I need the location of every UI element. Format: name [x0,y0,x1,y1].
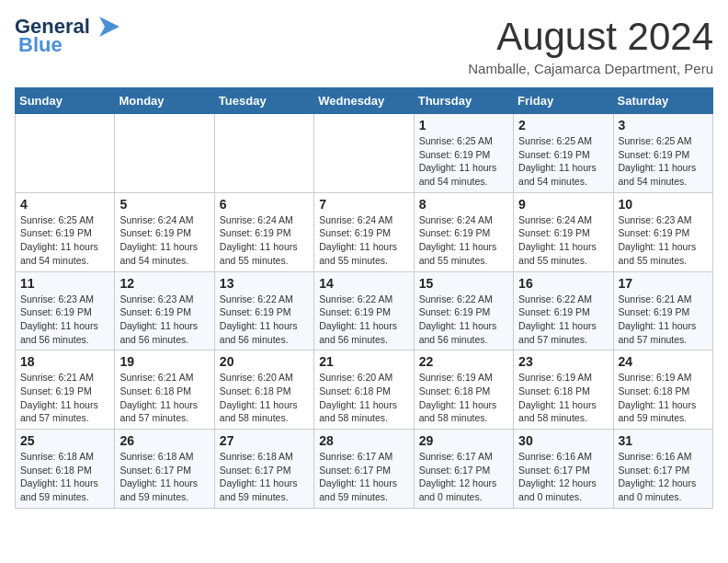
calendar-week-1: 1Sunrise: 6:25 AM Sunset: 6:19 PM Daylig… [16,114,713,193]
calendar-cell: 25Sunrise: 6:18 AM Sunset: 6:18 PM Dayli… [16,430,115,509]
day-info: Sunrise: 6:23 AM Sunset: 6:19 PM Dayligh… [619,213,708,268]
calendar-cell: 6Sunrise: 6:24 AM Sunset: 6:19 PM Daylig… [214,192,313,271]
day-number: 30 [518,433,608,448]
day-info: Sunrise: 6:24 AM Sunset: 6:19 PM Dayligh… [220,213,309,268]
logo: General Blue [15,15,119,57]
calendar-cell: 3Sunrise: 6:25 AM Sunset: 6:19 PM Daylig… [613,114,712,193]
day-info: Sunrise: 6:16 AM Sunset: 6:17 PM Dayligh… [619,450,708,504]
calendar-cell: 9Sunrise: 6:24 AM Sunset: 6:19 PM Daylig… [514,192,613,271]
day-info: Sunrise: 6:20 AM Sunset: 6:18 PM Dayligh… [220,371,309,425]
day-number: 5 [119,197,209,212]
day-number: 20 [220,354,309,369]
day-info: Sunrise: 6:23 AM Sunset: 6:19 PM Dayligh… [119,293,209,347]
col-thursday: Thursday [414,88,513,114]
day-info: Sunrise: 6:19 AM Sunset: 6:18 PM Dayligh… [518,371,608,425]
calendar-cell: 17Sunrise: 6:21 AM Sunset: 6:19 PM Dayli… [613,271,712,350]
calendar-cell: 4Sunrise: 6:25 AM Sunset: 6:19 PM Daylig… [16,192,115,271]
day-number: 27 [220,433,309,448]
day-number: 13 [220,276,309,291]
calendar-cell: 21Sunrise: 6:20 AM Sunset: 6:18 PM Dayli… [314,350,414,430]
day-info: Sunrise: 6:23 AM Sunset: 6:19 PM Dayligh… [20,293,109,347]
calendar-cell: 30Sunrise: 6:16 AM Sunset: 6:17 PM Dayli… [514,430,613,509]
day-number: 10 [619,197,708,212]
logo-text-blue: Blue [18,33,63,57]
calendar-subtitle: Namballe, Cajamarca Department, Peru [468,61,713,76]
day-number: 25 [20,433,109,448]
day-number: 28 [319,433,408,448]
day-info: Sunrise: 6:24 AM Sunset: 6:19 PM Dayligh… [319,213,408,268]
day-info: Sunrise: 6:22 AM Sunset: 6:19 PM Dayligh… [319,293,408,347]
day-number: 14 [319,276,408,291]
day-number: 31 [619,433,708,448]
calendar-cell: 18Sunrise: 6:21 AM Sunset: 6:19 PM Dayli… [16,350,115,430]
calendar-cell [214,114,313,193]
day-number: 22 [419,354,508,369]
col-sunday: Sunday [16,88,115,114]
day-number: 6 [220,197,309,212]
calendar-cell: 13Sunrise: 6:22 AM Sunset: 6:19 PM Dayli… [214,271,313,350]
day-number: 9 [518,197,608,212]
day-number: 7 [319,197,408,212]
day-info: Sunrise: 6:24 AM Sunset: 6:19 PM Dayligh… [518,213,608,268]
day-number: 2 [518,118,608,132]
calendar-cell: 14Sunrise: 6:22 AM Sunset: 6:19 PM Dayli… [314,271,414,350]
day-info: Sunrise: 6:16 AM Sunset: 6:17 PM Dayligh… [518,450,608,504]
calendar-cell: 2Sunrise: 6:25 AM Sunset: 6:19 PM Daylig… [514,114,613,193]
day-info: Sunrise: 6:21 AM Sunset: 6:19 PM Dayligh… [20,371,109,425]
col-tuesday: Tuesday [214,88,313,114]
day-info: Sunrise: 6:17 AM Sunset: 6:17 PM Dayligh… [319,450,408,504]
day-number: 15 [419,276,508,291]
calendar-cell: 23Sunrise: 6:19 AM Sunset: 6:18 PM Dayli… [514,350,613,430]
calendar-body: 1Sunrise: 6:25 AM Sunset: 6:19 PM Daylig… [16,114,713,509]
day-info: Sunrise: 6:24 AM Sunset: 6:19 PM Dayligh… [419,213,508,268]
calendar-cell: 24Sunrise: 6:19 AM Sunset: 6:18 PM Dayli… [613,350,712,430]
day-number: 29 [419,433,508,448]
calendar-cell: 11Sunrise: 6:23 AM Sunset: 6:19 PM Dayli… [16,271,115,350]
day-info: Sunrise: 6:18 AM Sunset: 6:18 PM Dayligh… [20,450,109,504]
day-info: Sunrise: 6:18 AM Sunset: 6:17 PM Dayligh… [220,450,309,504]
day-info: Sunrise: 6:17 AM Sunset: 6:17 PM Dayligh… [419,450,508,504]
logo-arrow-icon [92,17,119,37]
calendar-cell: 28Sunrise: 6:17 AM Sunset: 6:17 PM Dayli… [314,430,414,509]
day-info: Sunrise: 6:20 AM Sunset: 6:18 PM Dayligh… [319,371,408,425]
calendar-cell: 1Sunrise: 6:25 AM Sunset: 6:19 PM Daylig… [414,114,513,193]
day-number: 3 [619,118,708,132]
calendar-title: August 2024 [468,15,713,59]
day-info: Sunrise: 6:25 AM Sunset: 6:19 PM Dayligh… [619,134,708,189]
day-info: Sunrise: 6:19 AM Sunset: 6:18 PM Dayligh… [619,371,708,425]
calendar-cell: 8Sunrise: 6:24 AM Sunset: 6:19 PM Daylig… [414,192,513,271]
day-number: 1 [419,118,508,132]
col-saturday: Saturday [613,88,712,114]
svg-marker-0 [99,17,119,37]
day-number: 4 [20,197,109,212]
calendar-cell [314,114,414,193]
day-number: 17 [619,276,708,291]
day-number: 16 [518,276,608,291]
day-number: 26 [119,433,209,448]
calendar-week-5: 25Sunrise: 6:18 AM Sunset: 6:18 PM Dayli… [16,430,713,509]
calendar-cell: 22Sunrise: 6:19 AM Sunset: 6:18 PM Dayli… [414,350,513,430]
calendar-cell: 29Sunrise: 6:17 AM Sunset: 6:17 PM Dayli… [414,430,513,509]
day-number: 21 [319,354,408,369]
day-number: 19 [119,354,209,369]
day-info: Sunrise: 6:21 AM Sunset: 6:18 PM Dayligh… [119,371,209,425]
day-info: Sunrise: 6:22 AM Sunset: 6:19 PM Dayligh… [419,293,508,347]
header-row: Sunday Monday Tuesday Wednesday Thursday… [16,88,713,114]
calendar-cell: 10Sunrise: 6:23 AM Sunset: 6:19 PM Dayli… [613,192,712,271]
page-header: General Blue August 2024 Namballe, Cajam… [15,15,713,76]
calendar-cell [115,114,214,193]
calendar-cell: 31Sunrise: 6:16 AM Sunset: 6:17 PM Dayli… [613,430,712,509]
calendar-cell: 5Sunrise: 6:24 AM Sunset: 6:19 PM Daylig… [115,192,214,271]
calendar-cell: 27Sunrise: 6:18 AM Sunset: 6:17 PM Dayli… [214,430,313,509]
calendar-week-4: 18Sunrise: 6:21 AM Sunset: 6:19 PM Dayli… [16,350,713,430]
calendar-table: Sunday Monday Tuesday Wednesday Thursday… [15,87,713,509]
calendar-header: Sunday Monday Tuesday Wednesday Thursday… [16,88,713,114]
col-friday: Friday [514,88,613,114]
calendar-cell: 15Sunrise: 6:22 AM Sunset: 6:19 PM Dayli… [414,271,513,350]
calendar-cell: 19Sunrise: 6:21 AM Sunset: 6:18 PM Dayli… [115,350,214,430]
day-number: 12 [119,276,209,291]
day-number: 11 [20,276,109,291]
day-number: 8 [419,197,508,212]
calendar-week-2: 4Sunrise: 6:25 AM Sunset: 6:19 PM Daylig… [16,192,713,271]
calendar-cell: 16Sunrise: 6:22 AM Sunset: 6:19 PM Dayli… [514,271,613,350]
